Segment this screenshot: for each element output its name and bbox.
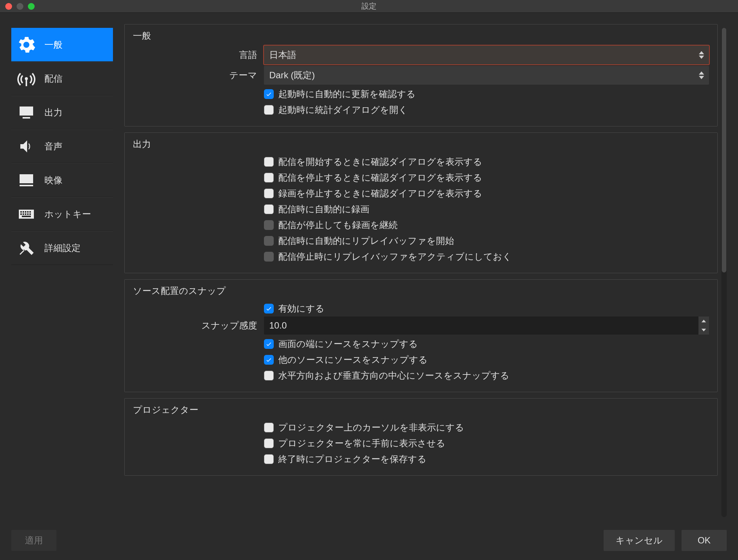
checkbox-snap-other[interactable] <box>264 355 274 365</box>
checkbox-keep-record <box>264 220 274 230</box>
minimize-window-icon <box>17 3 23 10</box>
checkbox-confirm-stream-stop[interactable] <box>264 173 274 183</box>
cancel-button[interactable]: キャンセル <box>604 530 675 551</box>
checkbox-label: 画面の端にソースをスナップする <box>278 338 418 350</box>
checkbox-projector-hide-cursor[interactable] <box>264 423 274 432</box>
checkbox-label: 終了時にプロジェクターを保存する <box>278 453 427 465</box>
sidebar-item-audio[interactable]: 音声 <box>11 129 113 163</box>
window-title: 設定 <box>361 1 377 11</box>
checkbox-snap-edge[interactable] <box>264 339 274 349</box>
scrollbar-thumb[interactable] <box>722 28 726 272</box>
checkbox-confirm-stream-start[interactable] <box>264 157 274 167</box>
checkbox-label: 起動時に統計ダイアログを開く <box>278 104 408 116</box>
checkbox-label: 配信が停止しても録画を継続 <box>278 219 398 231</box>
group-title: ソース配置のスナップ <box>133 285 709 297</box>
content: 一般 言語 日本語 テーマ Dark (既定) <box>124 24 718 551</box>
checkbox-snap-center[interactable] <box>264 371 274 380</box>
sidebar-item-label: 配信 <box>44 73 63 85</box>
checkbox-auto-record[interactable] <box>264 204 274 214</box>
group-title: プロジェクター <box>133 404 709 416</box>
checkbox-keep-replay <box>264 252 274 262</box>
group-title: 一般 <box>133 30 709 42</box>
language-label: 言語 <box>133 49 257 61</box>
checkbox-projector-save[interactable] <box>264 454 274 464</box>
group-projector: プロジェクター プロジェクター上のカーソルを非表示にする プロジェクターを常に手… <box>124 398 718 476</box>
sidebar-item-label: 映像 <box>44 174 63 186</box>
sidebar-item-label: 一般 <box>44 39 63 51</box>
checkbox-label: プロジェクターを常に手前に表示させる <box>278 437 445 449</box>
keyboard-icon <box>17 204 36 224</box>
ok-button[interactable]: OK <box>682 530 727 551</box>
checkbox-confirm-record-stop[interactable] <box>264 189 274 198</box>
sidebar-item-label: 音声 <box>44 140 63 152</box>
checkbox-check-update[interactable] <box>264 89 274 99</box>
group-title: 出力 <box>133 138 709 150</box>
sidebar-item-label: 出力 <box>44 107 63 119</box>
apply-button: 適用 <box>11 530 56 551</box>
checkbox-label: 配信時に自動的にリプレイバッファを開始 <box>278 235 454 247</box>
checkbox-open-stats[interactable] <box>264 105 274 115</box>
checkbox-label: 配信を停止するときに確認ダイアログを表示する <box>278 172 482 184</box>
chevron-updown-icon <box>697 49 706 61</box>
checkbox-label: 配信停止時にリプレイバッファをアクティブにしておく <box>278 251 512 263</box>
bottom-bar: 適用 キャンセル OK <box>11 530 727 551</box>
sidebar-item-stream[interactable]: 配信 <box>11 62 113 96</box>
checkbox-label: プロジェクター上のカーソルを非表示にする <box>278 422 464 434</box>
sidebar: 一般 配信 出力 音声 映像 ホットキー 詳細設定 <box>11 24 113 551</box>
checkbox-projector-always-top[interactable] <box>264 438 274 448</box>
theme-label: テーマ <box>133 69 257 81</box>
sidebar-item-video[interactable]: 映像 <box>11 163 113 197</box>
group-general: 一般 言語 日本語 テーマ Dark (既定) <box>124 24 718 126</box>
snap-sensitivity-input[interactable]: 10.0 <box>264 317 709 335</box>
language-select[interactable]: 日本語 <box>264 46 709 64</box>
select-value: 日本語 <box>269 49 296 61</box>
sidebar-item-hotkeys[interactable]: ホットキー <box>11 197 113 231</box>
sidebar-item-general[interactable]: 一般 <box>11 28 113 62</box>
sidebar-item-output[interactable]: 出力 <box>11 96 113 129</box>
theme-select[interactable]: Dark (既定) <box>264 66 709 85</box>
gear-icon <box>17 35 36 55</box>
stepper-buttons[interactable] <box>698 317 709 335</box>
checkbox-label: 録画を停止するときに確認ダイアログを表示する <box>278 187 482 199</box>
select-value: Dark (既定) <box>269 69 315 81</box>
speaker-icon <box>17 137 36 156</box>
group-output: 出力 配信を開始するときに確認ダイアログを表示する 配信を停止するときに確認ダイ… <box>124 132 718 273</box>
checkbox-label: 配信時に自動的に録画 <box>278 203 369 215</box>
tools-icon <box>17 238 36 258</box>
checkbox-label: 他のソースにソースをスナップする <box>278 354 428 366</box>
checkbox-snap-enable[interactable] <box>264 304 274 313</box>
output-icon <box>17 103 36 122</box>
titlebar: 設定 <box>0 0 738 13</box>
checkbox-label: 配信を開始するときに確認ダイアログを表示する <box>278 156 482 168</box>
checkbox-label: 起動時に自動的に更新を確認する <box>278 88 416 100</box>
window-controls <box>5 3 35 10</box>
sidebar-item-advanced[interactable]: 詳細設定 <box>11 231 113 265</box>
maximize-window-icon[interactable] <box>28 3 35 10</box>
scrollbar[interactable] <box>721 28 727 517</box>
checkbox-label: 有効にする <box>278 303 325 315</box>
snap-sensitivity-label: スナップ感度 <box>133 320 257 332</box>
antenna-icon <box>17 69 36 88</box>
close-window-icon[interactable] <box>5 3 12 10</box>
chevron-updown-icon <box>697 69 706 82</box>
checkbox-auto-replay <box>264 236 274 246</box>
checkbox-label: 水平方向および垂直方向の中心にソースをスナップする <box>278 370 509 382</box>
group-snap: ソース配置のスナップ 有効にする スナップ感度 10.0 画面の端にソースをスナ… <box>124 279 718 392</box>
stepper-value: 10.0 <box>269 320 287 331</box>
sidebar-item-label: 詳細設定 <box>44 242 81 254</box>
monitor-icon <box>17 170 36 190</box>
sidebar-item-label: ホットキー <box>44 208 91 220</box>
